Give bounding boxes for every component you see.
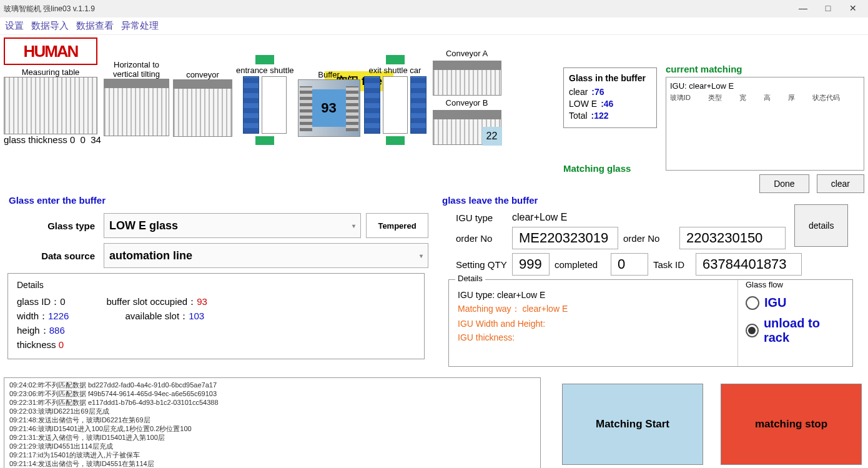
radio-icon [746,296,759,310]
width-lbl: width： [17,311,48,321]
log-line: 09:21:31:发送入储信号，玻璃ID15401进入第100层 [9,433,535,442]
measuring-label: Measuring table [4,67,97,77]
exit-shuttle-car2 [410,76,427,134]
menu-settings[interactable]: 设置 [5,20,24,32]
tempered-box[interactable]: Tempered [366,213,428,238]
buffer-viz: 93 [298,79,360,137]
thickness-val: 0 [59,339,64,350]
gib-total-val: :122 [591,111,609,121]
setting-qty-lbl: Setting QTY [456,259,507,270]
igu-type-lbl: IGU type [456,212,507,223]
tilting-viz [104,79,169,136]
matching-start-button[interactable]: Matching Start [562,384,703,465]
conveyorB-viz: 22 [433,110,501,145]
radio-unload[interactable]: unload to rack [746,316,844,345]
matching-stop-button[interactable]: matching stop [721,384,862,465]
task-id-val[interactable]: 63784401873 [696,253,802,276]
enter-title: Glass enter the buffer [4,192,428,208]
radio-igu-label: IGU [764,296,787,310]
width-val: 1226 [48,311,69,321]
radio-unload-label: unload to rack [764,316,844,345]
gib-lowe-lbl: LOW E [569,99,597,109]
radio-igu[interactable]: IGU [746,296,844,310]
log-line: 09:23:06:昨不列匹配数据 f49b5744-9614-465d-94ec… [9,389,535,398]
status-bar: glass thickness 0 0 34 [0,132,105,147]
window-title: 玻璃智能机 强line03 v.1.1.9 [4,4,95,14]
buffer-label: Buffer [318,70,339,79]
setting-qty-val[interactable]: 999 [512,253,550,276]
measuring-table-viz [4,77,97,134]
order-no-lbl2: order No [623,233,674,244]
conveyorB-label: Conveyor B [433,98,501,107]
gib-lowe-val: :46 [601,99,613,109]
data-source-dropdown[interactable]: automation line ▾ [104,243,428,268]
glass-in-buffer-panel: Glass in the buffer clear:76 LOW E:46 To… [563,67,657,128]
cm-col-h: 高 [764,93,771,102]
gib-title: Glass in the buffer [569,73,651,83]
completed-val[interactable]: 0 [611,253,648,276]
data-source-value: automation line [109,249,192,262]
cm-col-w: 宽 [739,93,746,102]
glass-id-lbl: glass ID： [17,296,60,307]
main-area: 空闲 free HUMAN Measuring table Horizontal… [0,35,868,147]
entrance-label: entrance shuttle [236,66,294,75]
glass-type-dropdown[interactable]: LOW E glass ▾ [104,213,361,238]
radio-icon [746,324,759,337]
log-line: 09:22:31:昨不列匹配数据 e117ddd1-b7b6-4d93-b1c2… [9,398,535,407]
cm-col-type: 类型 [708,93,722,102]
slot-occ-val: 93 [197,296,207,307]
conveyorA-viz [433,61,501,96]
menubar: 设置 数据导入 数据查看 异常处理 [0,17,868,35]
menu-import[interactable]: 数据导入 [31,20,69,32]
log-line: 09:21:29:玻璃ID4551出114层充成 [9,442,535,451]
cm-col-id: 玻璃ID [670,93,691,102]
height-lbl: heigh： [17,325,49,336]
leave-details-title: Details [455,274,485,283]
slot-ava-lbl: available slot： [125,311,189,321]
enter-details: Details glass ID：0 width：1226 heigh：886 … [7,273,425,359]
exit-shuttle-car [364,76,380,134]
entrance-green-bottom [255,136,274,146]
maximize-button[interactable]: □ [816,0,841,16]
bottom-v3: 34 [91,134,101,145]
done-button[interactable]: Done [759,174,809,193]
exit-green-bottom [386,136,405,146]
bottom-label: glass thickness [4,134,67,145]
menu-view[interactable]: 数据查看 [76,20,114,32]
data-source-label: Data source [4,251,104,261]
log-line: 09:21:48:发送出储信号，玻璃ID6221在第69层 [9,416,535,424]
gib-clear-lbl: clear [569,87,588,97]
order-no-val1[interactable]: ME220323019 [512,227,618,249]
entrance-shuttle-car [243,76,259,134]
logo: HUMAN [4,37,97,65]
height-val: 886 [49,325,65,336]
log-line: 09:24:02:昨不列匹配数据 bd227dd2-fad0-4a4c-91d0… [9,381,535,389]
tilting-label2: vertical tilting [113,69,160,79]
log-line: 09:21:46:玻璃ID15401进入100层充成,1秒位置0.2秒位置100 [9,424,535,433]
close-button[interactable]: ✕ [841,0,866,16]
thickness-lbl: thickness [17,339,56,350]
glass-leave-panel: glass leave the buffer IGU type clear+Lo… [437,192,864,371]
clear-button[interactable]: clear [817,174,864,193]
glass-id-val: 0 [60,296,65,307]
titlebar: 玻璃智能机 强line03 v.1.1.9 — □ ✕ [0,0,868,17]
conveyor-label: conveyor [186,70,219,79]
log-box[interactable]: 09:24:02:昨不列匹配数据 bd227dd2-fad0-4a4c-91d0… [4,377,541,468]
conveyor-viz [173,79,232,137]
exit-slot [383,76,408,134]
conveyorB-value: 22 [482,127,502,146]
action-area: Matching Start matching stop [562,384,862,465]
details-button[interactable]: details [794,204,848,247]
matching-glass-label: Matching glass [563,163,631,174]
gib-total-lbl: Total [569,111,588,121]
exit-label: exit shuttle car [369,66,422,75]
cm-columns: 玻璃ID 类型 宽 高 厚 状态代码 [670,93,860,102]
tilting-label1: Horizontal to [114,60,159,69]
minimize-button[interactable]: — [791,0,816,16]
log-line: 09:21:17:id为15401的玻璃进入,片子被保车 [9,451,535,459]
order-no-val2[interactable]: 2203230150 [679,227,786,249]
buffer-count: 93 [312,89,347,127]
menu-exception[interactable]: 异常处理 [121,20,159,32]
bottom-v2: 0 [81,134,86,145]
glass-flow-panel: Glass flow IGU unload to rack [737,280,844,366]
